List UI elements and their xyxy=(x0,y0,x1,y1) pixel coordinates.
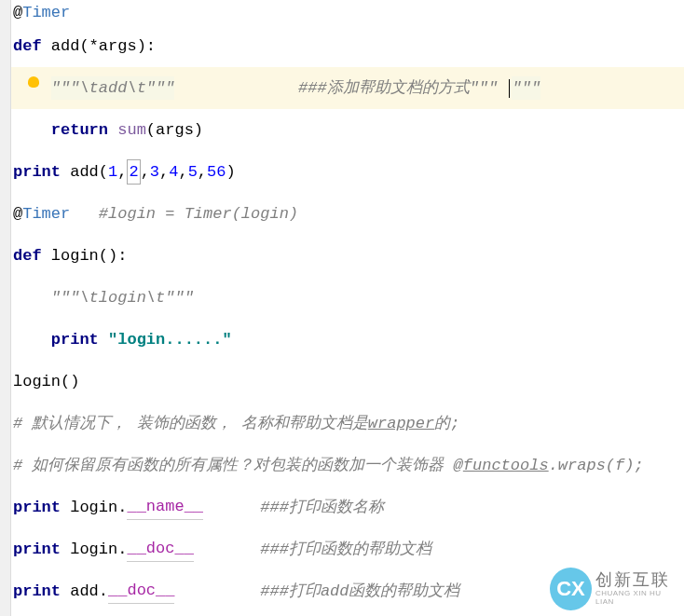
number: 3 xyxy=(150,160,159,185)
number: 2 xyxy=(127,159,140,185)
decorator-at: @ xyxy=(13,1,22,25)
comment-underline: wrapper xyxy=(368,412,434,436)
code-line[interactable]: # 默认情况下， 装饰的函数， 名称和帮助文档是wrapper的; xyxy=(11,403,684,445)
keyword-def: def xyxy=(13,244,42,268)
comment: # 默认情况下， 装饰的函数， 名称和帮助文档是 xyxy=(13,412,368,436)
docstring: """\tlogin\t""" xyxy=(51,286,194,310)
keyword-print: print xyxy=(51,328,99,352)
comment: ###打印函数的帮助文档 xyxy=(260,538,431,562)
call-open: add( xyxy=(61,160,108,185)
text-cursor xyxy=(509,79,510,98)
keyword-print: print xyxy=(13,496,61,520)
code-line[interactable]: def login(): xyxy=(11,235,684,277)
code-line[interactable]: @Timer #login = Timer(login) xyxy=(11,193,684,235)
watermark-icon: CX xyxy=(550,568,592,610)
call-close: ) xyxy=(226,160,235,185)
docstring: """\tadd\t""" xyxy=(51,76,175,101)
code-line[interactable]: # 如何保留原有函数的所有属性？对包装的函数加一个装饰器 @functools.… xyxy=(11,445,684,486)
comment-underline: functools xyxy=(463,454,549,478)
object-ref: login. xyxy=(61,538,127,562)
code-line[interactable]: return sum(args) xyxy=(11,109,684,151)
code-line[interactable]: print "login......" xyxy=(11,319,684,361)
code-line-highlighted[interactable]: """\tadd\t""" ###添加帮助文档的方式""" """ xyxy=(11,67,684,109)
decorator-name: Timer xyxy=(22,1,70,25)
number: 1 xyxy=(108,160,117,185)
function-name: add xyxy=(42,34,80,59)
keyword-print: print xyxy=(13,580,61,604)
comment: # 如何保留原有函数的所有属性？对包装的函数加一个装饰器 @ xyxy=(13,454,463,478)
gutter xyxy=(0,0,11,616)
comment: ###添加帮助文档的方式""" xyxy=(298,76,507,101)
lightbulb-icon[interactable] xyxy=(28,76,39,88)
docstring-trail: """ xyxy=(512,76,540,101)
call-parens: () xyxy=(61,370,79,394)
watermark-text-en: CHUANG XIN HU LIAN xyxy=(595,590,680,607)
code-line[interactable]: print login.__name__ ###打印函数名称 xyxy=(11,486,684,528)
number: 4 xyxy=(169,160,178,185)
dunder-attr: __name__ xyxy=(127,495,203,520)
comment: ###打印函数名称 xyxy=(260,496,384,520)
dunder-attr: __doc__ xyxy=(108,579,174,604)
object-ref: add. xyxy=(61,580,108,604)
comment: ; xyxy=(634,454,643,478)
number: 5 xyxy=(188,160,198,185)
code-line[interactable]: @Timer xyxy=(11,0,684,25)
decorator-name: Timer xyxy=(22,202,70,226)
comment: #login = Timer(login) xyxy=(70,202,298,226)
builtin-sum: sum xyxy=(108,118,146,143)
code-editor: @Timer def add(*args): """\tadd\t""" ###… xyxy=(0,0,684,612)
keyword-return: return xyxy=(51,118,108,143)
watermark-logo: CX 创新互联 CHUANG XIN HU LIAN xyxy=(550,566,680,612)
params: (*args): xyxy=(79,34,156,59)
object-ref: login. xyxy=(61,496,127,520)
call-args: (args) xyxy=(146,118,203,143)
number: 56 xyxy=(207,160,226,185)
string-literal: "login......" xyxy=(99,328,232,352)
decorator-at: @ xyxy=(13,202,22,226)
keyword-print: print xyxy=(13,538,61,562)
code-line[interactable]: login() xyxy=(11,361,684,403)
code-line[interactable]: print add(1,2,3,4,5,56) xyxy=(11,151,684,193)
code-line[interactable]: """\tlogin\t""" xyxy=(11,277,684,319)
dunder-attr: __doc__ xyxy=(127,537,193,562)
keyword-print: print xyxy=(13,160,61,185)
params: (): xyxy=(99,244,128,268)
code-line[interactable]: print login.__doc__ ###打印函数的帮助文档 xyxy=(11,528,684,570)
call-name: login xyxy=(13,370,61,394)
function-name: login xyxy=(42,244,99,268)
comment: 的; xyxy=(434,412,459,436)
comment: .wraps(f) xyxy=(549,454,635,478)
keyword-def: def xyxy=(13,34,42,59)
watermark-text-cn: 创新互联 xyxy=(595,571,680,590)
comment: ###打印add函数的帮助文档 xyxy=(260,580,459,604)
code-line[interactable]: def add(*args): xyxy=(11,25,684,67)
